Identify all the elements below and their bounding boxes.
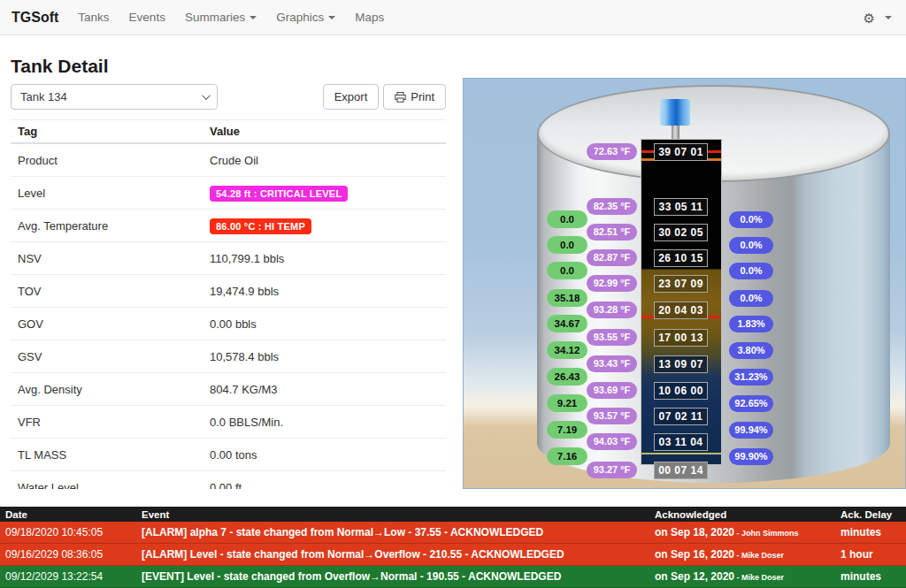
events-table-header: Date Event Acknowledged Ack. Delay (0, 507, 906, 522)
column-header-event: Event (137, 509, 650, 520)
tank-select-wrap: Tank 134 (11, 84, 218, 110)
detail-value: 10,578.4 bbls (210, 350, 279, 363)
gauge-mark: 39 07 01 (654, 143, 708, 161)
temperature-badge: 82.51 °F (587, 224, 637, 241)
nav-item-events[interactable]: Events (129, 11, 165, 24)
detail-value-cell: 0.00 tons (210, 447, 446, 462)
event-row[interactable]: 09/12/2029 13:22:54[EVENT] Level - state… (0, 566, 906, 588)
nav-links: TanksEventsSummariesGraphicsMaps (78, 11, 384, 24)
detail-value: 19,474.9 bbls (210, 285, 279, 298)
detail-value-cell: Crude Oil (210, 152, 446, 168)
percent-badge: 92.65% (729, 395, 773, 412)
chevron-down-icon (328, 16, 335, 19)
detail-value: 0.00 bbls (210, 317, 257, 331)
column-header-tag: Tag (11, 125, 210, 138)
detail-value: 0.00 ft (210, 481, 242, 489)
ack-user: - John Simmons (734, 529, 799, 538)
controls-row: Tank 134 Export Print (11, 84, 446, 110)
navbar-right: ⚙ (864, 0, 892, 35)
column-header-ack-delay: Ack. Delay (836, 509, 906, 520)
level-value-badge: 7.19 (547, 421, 587, 439)
button-group: Export Print (323, 84, 446, 110)
print-button[interactable]: Print (383, 84, 446, 110)
detail-tag: GOV (11, 317, 210, 331)
gauge-mark: 20 04 03 (654, 302, 708, 319)
percent-badge: 99.94% (729, 422, 773, 439)
detail-value-cell: 86.00 °C : HI TEMP (210, 218, 446, 234)
level-value-badge: 35.18 (547, 289, 587, 307)
detail-value: 0.0 BBLS/Min. (210, 416, 283, 429)
percent-badge: 31.23% (729, 369, 773, 386)
temperature-badge: 93.43 °F (587, 355, 637, 372)
detail-row-gov: GOV0.00 bbls (11, 308, 446, 340)
nav-item-label: Tanks (78, 11, 109, 24)
event-ack-delay: minutes (836, 526, 906, 538)
detail-value: 0.00 tons (210, 448, 257, 462)
event-ack-delay: 1 hour (836, 548, 906, 561)
ack-date: on Sep 12, 2020 (655, 570, 734, 583)
ack-date: on Sep 18, 2020 (655, 526, 734, 538)
gauge-mark: 13 09 07 (654, 355, 708, 373)
detail-tag: TOV (11, 285, 210, 298)
export-button[interactable]: Export (323, 84, 380, 110)
detail-row-nsv: NSV110,799.1 bbls (11, 242, 446, 275)
gauge-nozzle-icon (660, 99, 690, 126)
column-header-acknowledged: Acknowledged (650, 509, 836, 520)
nav-item-label: Maps (355, 11, 384, 24)
tank-select[interactable]: Tank 134 (11, 84, 218, 110)
gauge-mark: 00 07 14 (654, 462, 708, 479)
percent-badge: 0.0% (729, 211, 773, 228)
nav-item-tanks[interactable]: Tanks (78, 11, 109, 24)
percent-badge: 0.0% (729, 290, 773, 307)
ack-date: on Sep 16, 2020 (655, 548, 734, 561)
gear-icon[interactable]: ⚙ (864, 11, 875, 25)
detail-value-cell: 0.00 ft (210, 479, 446, 489)
hi-temp-badge: 86.00 °C : HI TEMP (210, 218, 311, 234)
event-acknowledged: on Sep 18, 2020 - John Simmons (650, 526, 836, 538)
gauge-stem (672, 126, 680, 140)
temperature-badge: 93.69 °F (587, 382, 637, 399)
detail-value-cell: 19,474.9 bbls (210, 283, 446, 299)
temperature-badge: 82.87 °F (587, 249, 637, 266)
level-value-badge: 7.16 (547, 447, 587, 465)
event-description: [ALARM] alpha 7 - state changed from Nor… (137, 526, 650, 538)
percent-badge: 3.80% (729, 342, 773, 359)
tank-detail-table: Tag Value ProductCrude OilLevel54.28 ft … (11, 119, 446, 489)
detail-value: 804.7 KG/M3 (210, 383, 278, 396)
level-gauge-strip: 39 07 0133 05 1130 02 0526 10 1523 07 09… (641, 139, 722, 465)
percent-badge: 0.0% (729, 263, 773, 279)
event-date: 09/18/2020 10:45:05 (0, 526, 137, 538)
nav-item-summaries[interactable]: Summaries (185, 11, 257, 24)
detail-row-product: ProductCrude Oil (11, 144, 446, 177)
level-value-badge: 34.67 (547, 315, 587, 332)
temperature-badge: 93.57 °F (587, 408, 637, 424)
detail-value-cell: 54.28 ft : CRITICAL LEVEL (210, 185, 446, 202)
detail-tag: Avg. Temperature (11, 219, 210, 233)
event-date: 09/12/2029 13:22:54 (0, 570, 137, 583)
level-value-badge: 0.0 (547, 236, 587, 254)
level-value-badge: 26.43 (547, 368, 587, 386)
tank-detail-panel: Tank Detail Tank 134 Export Print (11, 46, 446, 489)
ack-user: - Mike Doser (734, 573, 784, 582)
detail-row-vfr: VFR0.0 BBLS/Min. (11, 406, 446, 439)
detail-row-level: Level54.28 ft : CRITICAL LEVEL (11, 177, 446, 210)
page-title: Tank Detail (11, 55, 446, 78)
gauge-mark: 03 11 04 (654, 433, 708, 451)
level-value-badge: 9.21 (547, 394, 587, 412)
detail-tag: TL MASS (11, 448, 210, 462)
chevron-down-icon[interactable] (885, 16, 892, 19)
column-header-date: Date (0, 509, 137, 520)
percent-badge: 1.83% (729, 316, 773, 332)
temperature-badge: 72.63 °F (587, 143, 637, 160)
detail-row-tov: TOV19,474.9 bbls (11, 275, 446, 308)
detail-tag: Avg. Density (11, 383, 210, 396)
nav-item-graphics[interactable]: Graphics (276, 11, 335, 24)
detail-row-tl-mass: TL MASS0.00 tons (11, 439, 446, 471)
event-row[interactable]: 09/16/2029 08:36:05[ALARM] Level - state… (0, 544, 906, 566)
nav-item-maps[interactable]: Maps (355, 11, 384, 24)
gauge-mark: 33 05 11 (654, 198, 708, 216)
event-row[interactable]: 09/18/2020 10:45:05[ALARM] alpha 7 - sta… (0, 522, 906, 544)
tank-detail-page: TGSoft TanksEventsSummariesGraphicsMaps … (0, 0, 906, 588)
event-ack-delay: minutes (836, 570, 906, 583)
detail-tag: NSV (11, 252, 210, 265)
